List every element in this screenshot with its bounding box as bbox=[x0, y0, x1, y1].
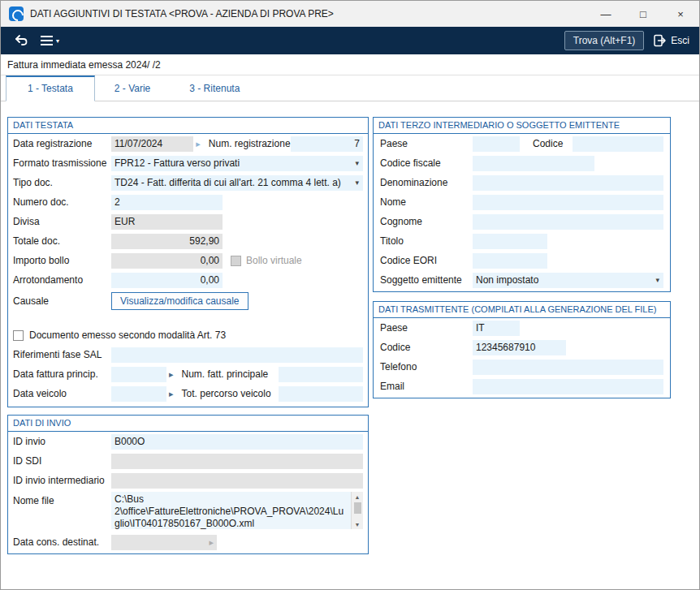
row-art73: Documento emesso secondo modalità Art. 7… bbox=[8, 325, 368, 345]
row-riferimenti-sal: Riferimenti fase SAL bbox=[8, 345, 368, 364]
num-fatt-principale-field[interactable] bbox=[279, 367, 363, 382]
scroll-down-icon[interactable]: ▼ bbox=[355, 519, 361, 529]
trasmittente-email-field[interactable] bbox=[473, 379, 663, 394]
exit-icon bbox=[652, 33, 667, 48]
terzo-denominazione-field[interactable] bbox=[473, 175, 663, 191]
row-data-cons-destinat: Data cons. destinat. ▸ bbox=[8, 532, 368, 552]
arrotondamento-label: Arrotondamento bbox=[13, 274, 111, 286]
terzo-cognome-label: Cognome bbox=[380, 216, 473, 227]
row-causale: Causale Visualizza/modifica causale bbox=[8, 290, 368, 312]
row-trasmittente-telefono: Telefono bbox=[374, 357, 670, 377]
chevron-down-icon: ▾ bbox=[655, 276, 659, 284]
importo-bollo-field: 0,00 bbox=[111, 253, 223, 269]
tipo-doc-label: Tipo doc. bbox=[13, 177, 111, 188]
group-trasmittente: DATI TRASMITTENTE (COMPILATI ALLA GENERA… bbox=[373, 301, 671, 398]
group-dati-invio: DATI DI INVIO ID invio B000O ID SDI ID i… bbox=[7, 415, 369, 554]
terzo-cognome-field[interactable] bbox=[473, 214, 663, 230]
nome-file-label: Nome file bbox=[13, 492, 111, 506]
trasmittente-codice-field[interactable]: 12345687910 bbox=[473, 340, 566, 355]
nome-file-scrollbar[interactable]: ▲ ▼ bbox=[351, 492, 363, 529]
row-terzo-cognome: Cognome bbox=[374, 212, 670, 231]
data-registrazione-field: 11/07/2024 bbox=[111, 136, 193, 152]
trova-button[interactable]: Trova (Alt+F1) bbox=[564, 31, 645, 50]
terzo-titolo-field[interactable] bbox=[473, 234, 547, 249]
divisa-field: EUR bbox=[111, 214, 223, 230]
id-sdi-field bbox=[111, 454, 363, 469]
group-dati-testata: DATI TESTATA Data registrazione 11/07/20… bbox=[7, 117, 369, 407]
terzo-paese-label: Paese bbox=[380, 138, 473, 149]
group-title-dati-testata: DATI TESTATA bbox=[8, 118, 368, 134]
esci-label: Esci bbox=[671, 35, 689, 46]
tot-percorso-label: Tot. percorso veicolo bbox=[182, 388, 271, 399]
tab-testata[interactable]: 1 - Testata bbox=[6, 75, 95, 101]
formato-trasmissione-select[interactable]: FPR12 - Fattura verso privati ▾ bbox=[111, 156, 363, 171]
tot-percorso-field[interactable] bbox=[279, 386, 363, 402]
arrotondamento-field[interactable]: 0,00 bbox=[111, 273, 223, 288]
tipo-doc-value: TD24 - Fatt. differita di cui all'art. 2… bbox=[115, 177, 341, 188]
num-fatt-principale-label: Num. fatt. principale bbox=[182, 368, 269, 380]
soggetto-emittente-value: Non impostato bbox=[476, 274, 538, 286]
numero-doc-field[interactable]: 2 bbox=[111, 195, 223, 210]
art73-checkbox[interactable] bbox=[13, 330, 24, 341]
id-invio-intermediario-label: ID invio intermediario bbox=[13, 475, 111, 486]
nome-file-textarea[interactable]: C:\Bus 2\office\FattureElettroniche\PROV… bbox=[111, 492, 363, 529]
data-cons-destinat-field: ▸ bbox=[111, 535, 217, 550]
row-terzo-titolo: Titolo bbox=[374, 231, 670, 251]
scrollbar-thumb[interactable] bbox=[354, 502, 361, 514]
window-title: DATI AGGIUNTIVI DI TESTATA <PROVA - AZIE… bbox=[30, 8, 334, 19]
close-button[interactable]: × bbox=[662, 1, 699, 27]
causale-button[interactable]: Visualizza/modifica causale bbox=[111, 292, 248, 310]
id-invio-field[interactable]: B000O bbox=[111, 434, 363, 450]
toolbar-right: Trova (Alt+F1) Esci bbox=[564, 31, 693, 50]
date-nav-icon[interactable]: ▸ bbox=[169, 370, 174, 379]
scroll-up-icon[interactable]: ▲ bbox=[355, 492, 361, 502]
numero-doc-label: Numero doc. bbox=[13, 196, 111, 208]
terzo-denominazione-label: Denominazione bbox=[380, 177, 473, 188]
terzo-nome-label: Nome bbox=[380, 196, 473, 208]
id-sdi-label: ID SDI bbox=[13, 455, 111, 467]
row-trasmittente-codice: Codice 12345687910 bbox=[374, 338, 670, 357]
date-nav-icon[interactable]: ▸ bbox=[169, 390, 174, 398]
terzo-paese-field[interactable] bbox=[473, 136, 520, 152]
maximize-button[interactable]: □ bbox=[624, 1, 662, 27]
toolbar: ▾ Trova (Alt+F1) Esci bbox=[1, 27, 699, 54]
terzo-codice-fiscale-field[interactable] bbox=[473, 156, 594, 171]
group-title-dati-invio: DATI DI INVIO bbox=[8, 416, 368, 432]
tab-ritenuta[interactable]: 3 - Ritenuta bbox=[170, 76, 259, 101]
id-invio-intermediario-field bbox=[111, 473, 363, 489]
back-button[interactable] bbox=[7, 29, 35, 52]
data-veicolo-field[interactable] bbox=[111, 386, 166, 402]
tab-varie[interactable]: 2 - Varie bbox=[95, 76, 170, 101]
terzo-codice-eori-field[interactable] bbox=[473, 253, 547, 269]
group-title-trasmittente: DATI TRASMITTENTE (COMPILATI ALLA GENERA… bbox=[374, 302, 670, 318]
chevron-down-icon: ▾ bbox=[355, 179, 359, 187]
tipo-doc-select[interactable]: TD24 - Fatt. differita di cui all'art. 2… bbox=[111, 175, 363, 191]
totale-doc-label: Totale doc. bbox=[13, 235, 111, 247]
terzo-titolo-label: Titolo bbox=[380, 235, 473, 247]
art73-label: Documento emesso secondo modalità Art. 7… bbox=[29, 329, 226, 341]
riferimenti-sal-label: Riferimenti fase SAL bbox=[13, 349, 111, 360]
trasmittente-paese-field[interactable]: IT bbox=[473, 321, 520, 336]
num-registrazione-field[interactable]: 7 bbox=[291, 136, 363, 152]
data-fattura-principale-field[interactable] bbox=[111, 367, 166, 382]
back-arrow-icon bbox=[13, 33, 29, 48]
soggetto-emittente-select[interactable]: Non impostato ▾ bbox=[473, 273, 663, 288]
menu-button[interactable]: ▾ bbox=[35, 29, 65, 52]
menu-caret-icon: ▾ bbox=[56, 37, 59, 45]
row-id-invio-intermediario: ID invio intermediario bbox=[8, 471, 368, 490]
soggetto-emittente-label: Soggetto emittente bbox=[380, 274, 473, 286]
terzo-codice-field[interactable] bbox=[573, 136, 663, 152]
riferimenti-sal-field[interactable] bbox=[111, 347, 363, 363]
spacer bbox=[8, 312, 368, 325]
row-id-sdi: ID SDI bbox=[8, 451, 368, 471]
id-invio-label: ID invio bbox=[13, 436, 111, 447]
terzo-codice-fiscale-label: Codice fiscale bbox=[380, 157, 473, 169]
date-nav-icon[interactable]: ▸ bbox=[196, 140, 201, 149]
minimize-button[interactable]: — bbox=[587, 1, 624, 27]
esci-button[interactable]: Esci bbox=[652, 33, 693, 48]
trasmittente-telefono-field[interactable] bbox=[473, 360, 663, 375]
terzo-codice-label: Codice bbox=[533, 138, 563, 149]
terzo-nome-field[interactable] bbox=[473, 195, 663, 210]
causale-label: Causale bbox=[13, 295, 111, 307]
totale-doc-field: 592,90 bbox=[111, 234, 223, 249]
